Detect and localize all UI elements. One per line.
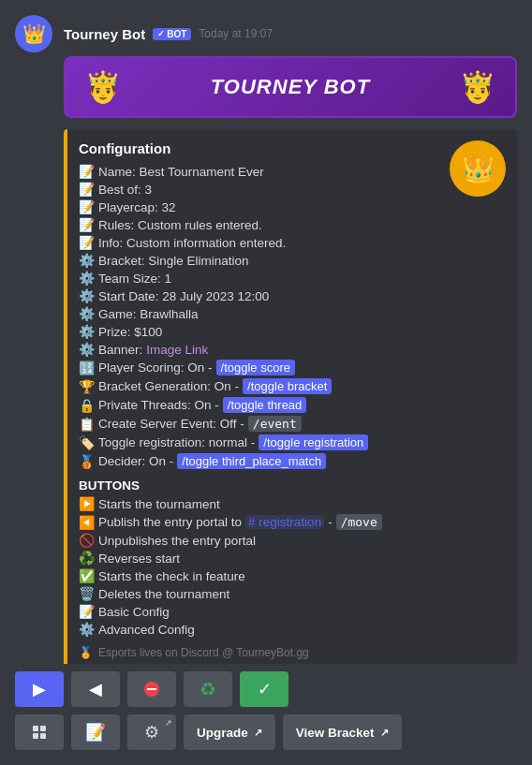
btn-desc-unpublish: 🚫 Unpublishes the entry portal [79, 533, 502, 548]
config-line-prize: ⚙️ Prize: $100 [79, 324, 502, 339]
btn-desc-start: ▶️ Starts the tournament [79, 496, 502, 511]
config-icon-scoring: 🔢 [79, 360, 95, 375]
config-icon-name: 📝 [79, 164, 95, 179]
view-bracket-external-icon: ↗ [380, 727, 389, 739]
config-icon-private-threads: 🔒 [79, 398, 95, 413]
bot-avatar: 👑 [15, 15, 52, 52]
config-line-decider: 🥉 Decider: On - /toggle third_place_matc… [79, 453, 502, 469]
config-icon-rules: 📝 [79, 217, 95, 232]
config-icon-teamsize: ⚙️ [79, 271, 95, 286]
config-line-bracket: ⚙️ Bracket: Single Elimination [79, 253, 502, 268]
button-row-2: 📝 ⚙ ↗ Upgrade ↗ View Bracket ↗ [15, 714, 517, 750]
toggle-score-command: /toggle score [216, 360, 295, 375]
btn-icon-delete: 🗑️ [79, 586, 95, 601]
config-icon-bestof: 📝 [79, 182, 95, 197]
btn-desc-delete: 🗑️ Deletes the tournament [79, 586, 502, 601]
grid-icon [31, 724, 48, 741]
button-row-1: ▶ ◀ ♻ ✓ [15, 671, 517, 707]
checkin-button[interactable]: ✓ [240, 671, 288, 707]
start-button[interactable]: ▶ [15, 671, 64, 707]
bot-badge: ✓ BOT [153, 28, 191, 40]
config-line-private-threads: 🔒 Private Threads: On - /toggle thread [79, 397, 502, 413]
config-line-bestof: 📝 Best of: 3 [79, 182, 502, 197]
btn-desc-basic-config: 📝 Basic Config [79, 604, 502, 619]
btn-icon-publish: ◀️ [79, 515, 95, 530]
toggle-third-place-command: /toggle third_place_match [177, 453, 326, 469]
config-icon-banner: ⚙️ [79, 342, 95, 357]
config-line-bracket-gen: 🏆 Bracket Generation: On - /toggle brack… [79, 378, 502, 394]
advanced-config-button[interactable]: ⚙ ↗ [127, 714, 176, 750]
svg-rect-5 [40, 733, 46, 739]
banner-title: TOURNEY BOT [211, 75, 370, 99]
banner-left-mascot: 🤴 [84, 69, 122, 105]
btn-desc-advanced-config: ⚙️ Advanced Config [79, 622, 502, 637]
view-bracket-button[interactable]: View Bracket ↗ [283, 714, 402, 750]
message-timestamp: Today at 19:07 [199, 27, 273, 40]
config-icon-playercap: 📝 [79, 199, 95, 214]
config-lines: 📝 Name: Best Tournament Ever 📝 Best of: … [79, 164, 502, 469]
btn-icon-advanced-config: ⚙️ [79, 622, 95, 637]
event-command: /event [248, 416, 302, 432]
config-icon-registration: 🏷️ [79, 435, 95, 450]
stop-icon [143, 681, 160, 698]
message-content: 🤴 TOURNEY BOT 🤴 👑 Configuration 📝 Name: … [0, 56, 532, 664]
tourney-banner: 🤴 TOURNEY BOT 🤴 [64, 56, 517, 118]
registration-channel: # registration [245, 515, 324, 529]
checkmark-icon: ✓ [157, 29, 165, 38]
btn-icon-reverse: ♻️ [79, 551, 95, 566]
svg-rect-4 [33, 733, 38, 739]
config-line-startdate: ⚙️ Start Date: 28 July 2023 12:00 [79, 288, 502, 303]
config-line-playercap: 📝 Playercap: 32 [79, 199, 502, 214]
embed-title: Configuration [79, 140, 502, 156]
reverse-button[interactable]: ♻ [184, 671, 232, 707]
config-icon-bracket: ⚙️ [79, 253, 95, 268]
btn-desc-publish: ◀️ Publish the entry portal to # registr… [79, 514, 502, 530]
config-icon-info: 📝 [79, 235, 95, 250]
config-line-game: ⚙️ Game: Brawlhalla [79, 306, 502, 321]
delete-button[interactable] [15, 714, 64, 750]
config-icon-bracket-gen: 🏆 [79, 379, 95, 394]
buttons-section-title: BUTTONS [79, 478, 502, 493]
btn-icon-checkin: ✅ [79, 568, 95, 583]
button-descriptions: ▶️ Starts the tournament ◀️ Publish the … [79, 496, 502, 637]
basic-config-button[interactable]: 📝 [71, 714, 120, 750]
toggle-bracket-command: /toggle bracket [243, 378, 332, 394]
move-command: /move [336, 514, 382, 530]
publish-button[interactable]: ◀ [71, 671, 120, 707]
svg-rect-1 [147, 688, 156, 690]
btn-icon-basic-config: 📝 [79, 604, 95, 619]
chat-container: 👑 Tourney Bot ✓ BOT Today at 19:07 🤴 TOU… [0, 0, 532, 765]
config-icon-server-event: 📋 [79, 417, 95, 432]
embed-footer: 🏅 Esports lives on Discord @ TourneyBot.… [79, 646, 502, 659]
btn-icon-unpublish: 🚫 [79, 533, 95, 548]
bot-name: Tourney Bot [64, 26, 145, 42]
config-icon-startdate: ⚙️ [79, 288, 95, 303]
config-icon-game: ⚙️ [79, 306, 95, 321]
btn-desc-reverse: ♻️ Reverses start [79, 551, 502, 566]
config-line-registration: 🏷️ Toggle registration: normal - /toggle… [79, 434, 502, 450]
banner-right-mascot: 🤴 [459, 69, 496, 105]
action-buttons-area: ▶ ◀ ♻ ✓ 📝 ⚙ [0, 664, 532, 765]
btn-icon-start: ▶️ [79, 496, 95, 511]
message-header: 👑 Tourney Bot ✓ BOT Today at 19:07 [0, 0, 532, 56]
toggle-registration-command: /toggle registration [259, 434, 368, 450]
embed-logo: 👑 [450, 140, 506, 197]
config-line-rules: 📝 Rules: Custom rules entered. [79, 217, 502, 232]
config-line-server-event: 📋 Create Server Event: Off - /event [79, 416, 502, 432]
config-line-banner: ⚙️ Banner: Image Link [79, 342, 502, 357]
upgrade-external-icon: ↗ [254, 727, 262, 739]
config-icon-prize: ⚙️ [79, 324, 95, 339]
config-line-name: 📝 Name: Best Tournament Ever [79, 164, 502, 179]
unpublish-button[interactable] [127, 671, 176, 707]
banner-image-link[interactable]: Image Link [146, 343, 208, 357]
toggle-thread-command: /toggle thread [223, 397, 307, 413]
config-embed: 👑 Configuration 📝 Name: Best Tournament … [64, 129, 517, 664]
config-line-teamsize: ⚙️ Team Size: 1 [79, 271, 502, 286]
config-icon-decider: 🥉 [79, 454, 95, 469]
svg-rect-3 [40, 726, 46, 731]
config-line-info: 📝 Info: Custom information entered. [79, 235, 502, 250]
upgrade-button[interactable]: Upgrade ↗ [184, 714, 275, 750]
config-line-player-scoring: 🔢 Player Scoring: On - /toggle score [79, 360, 502, 375]
message-meta: Tourney Bot ✓ BOT Today at 19:07 [64, 26, 273, 42]
footer-text: Esports lives on Discord @ TourneyBot.gg [98, 646, 309, 659]
